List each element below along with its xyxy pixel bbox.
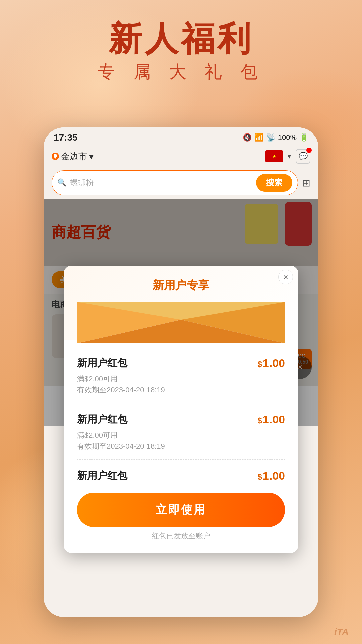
- coupon-card-2: 新用户红包 $1.00: [77, 460, 285, 483]
- modal-close-button[interactable]: ×: [278, 270, 293, 284]
- wifi-icon: 📶: [254, 133, 263, 142]
- coupon-desc-0: 满$2.00可用 有效期至2023-04-20 18:19: [77, 373, 285, 395]
- modal-title-row: — 新用户专享 —: [77, 278, 285, 293]
- modal-overlay[interactable]: × — 新用户专享 —: [44, 199, 318, 426]
- coupon-modal: × — 新用户专享 —: [64, 266, 298, 553]
- coupon-amount-2: $1.00: [257, 469, 285, 482]
- use-button-note: 红包已发放至账户: [77, 531, 285, 548]
- coupon-card-1: 新用户红包 $1.00 满$2.00可用 有效期至2023-04-20 18:1…: [77, 403, 285, 460]
- status-icons: 🔇 📶 📡 100% 🔋: [243, 133, 308, 142]
- currency-2: $: [257, 472, 262, 481]
- coupon-amount-1: $1.00: [257, 413, 285, 426]
- envelope-flap: [77, 293, 285, 340]
- coupon-condition-1: 满$2.00可用: [77, 430, 285, 441]
- flag-star-icon: ★: [272, 154, 277, 159]
- use-button[interactable]: 立即使用: [77, 493, 285, 527]
- chevron-flag-icon: ▾: [288, 152, 291, 160]
- chat-button[interactable]: 💬: [296, 149, 310, 164]
- battery-text: 100%: [278, 133, 297, 142]
- coupon-row1-2: 新用户红包 $1.00: [77, 469, 285, 483]
- status-time: 17:35: [54, 132, 78, 143]
- chevron-down-icon: ▾: [89, 151, 94, 162]
- coupon-name-2: 新用户红包: [77, 469, 127, 483]
- envelope-flap-svg: [77, 302, 285, 343]
- phone-mockup: 17:35 🔇 📶 📡 100% 🔋 金边市 ▾ ★ ▾ 💬: [44, 127, 318, 617]
- status-bar: 17:35 🔇 📶 📡 100% 🔋: [44, 127, 318, 146]
- search-icon: 🔍: [57, 178, 66, 187]
- location-area[interactable]: 金边市 ▾: [52, 151, 94, 162]
- coupon-row1-0: 新用户红包 $1.00: [77, 356, 285, 370]
- coupon-desc-1: 满$2.00可用 有效期至2023-04-20 18:19: [77, 430, 285, 452]
- location-label: 金边市: [61, 151, 87, 162]
- use-button-wrap: 立即使用 红包已发放至账户: [64, 486, 298, 553]
- battery-icon: 🔋: [299, 133, 308, 142]
- coupon-condition-0: 满$2.00可用: [77, 373, 285, 384]
- search-input-wrap[interactable]: 🔍 螺蛳粉 搜索: [52, 170, 298, 195]
- nav-bar: 金边市 ▾ ★ ▾ 💬: [44, 146, 318, 167]
- search-bar: 🔍 螺蛳粉 搜索 ⊞: [44, 167, 318, 199]
- mute-icon: 🔇: [243, 133, 252, 142]
- coupon-expiry-0: 有效期至2023-04-20 18:19: [77, 384, 285, 395]
- modal-title: 新用户专享: [153, 278, 209, 293]
- coupon-expiry-1: 有效期至2023-04-20 18:19: [77, 441, 285, 452]
- app-content: 商超百货 美食 奶茶 电商 仓 生活: [44, 199, 318, 426]
- coupons-area: 新用户红包 $1.00 满$2.00可用 有效期至2023-04-20 18:1…: [64, 340, 298, 483]
- search-button[interactable]: 搜索: [256, 174, 292, 192]
- coupon-card-0: 新用户红包 $1.00 满$2.00可用 有效期至2023-04-20 18:1…: [77, 347, 285, 403]
- header-section: 新人福利 专 属 大 礼 包: [0, 20, 362, 84]
- chat-bubble-icon: 💬: [299, 152, 308, 161]
- page-subtitle: 专 属 大 礼 包: [0, 60, 362, 84]
- flag-button[interactable]: ★: [265, 150, 283, 162]
- coupon-name-1: 新用户红包: [77, 413, 127, 426]
- currency-1: $: [257, 416, 262, 425]
- search-placeholder-text: 螺蛳粉: [70, 177, 253, 188]
- coupon-amount-0: $1.00: [257, 357, 285, 370]
- coupon-name-0: 新用户红包: [77, 356, 127, 370]
- nav-right: ★ ▾ 💬: [265, 149, 310, 164]
- coupon-row1-1: 新用户红包 $1.00: [77, 413, 285, 426]
- ita-watermark: iTA: [334, 627, 349, 637]
- title-dash-left: —: [137, 280, 147, 291]
- location-icon: [52, 153, 59, 160]
- page-title: 新人福利: [0, 20, 362, 57]
- scan-icon[interactable]: ⊞: [302, 177, 310, 189]
- envelope-top: — 新用户专享 —: [64, 266, 298, 340]
- title-dash-right: —: [215, 280, 225, 291]
- chat-badge: [306, 148, 312, 153]
- currency-0: $: [257, 360, 262, 369]
- signal-icon: 📡: [266, 133, 275, 142]
